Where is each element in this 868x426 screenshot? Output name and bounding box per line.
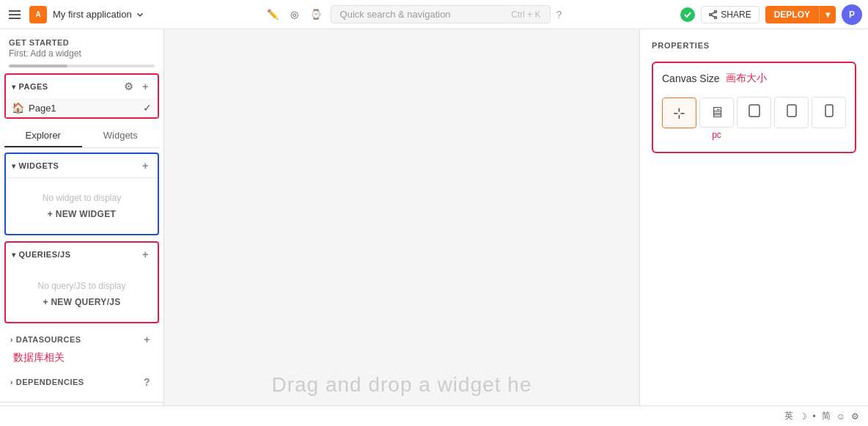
settings-icon[interactable]: ⚙ — [851, 411, 859, 422]
app-name[interactable]: My first application — [53, 9, 145, 20]
svg-point-1 — [710, 13, 712, 15]
pc-annotation: pc — [712, 130, 721, 140]
dependencies-help-icon[interactable]: ? — [141, 375, 153, 389]
main-layout: GET STARTED First: Add a widget ▾ PAGES … — [0, 29, 868, 426]
app-logo: A — [29, 6, 47, 23]
queries-section-header[interactable]: ▾ QUERIES/JS + — [6, 243, 158, 266]
new-widget-button[interactable]: + NEW WIDGET — [15, 209, 149, 219]
tab-widgets[interactable]: Widgets — [82, 125, 160, 147]
queries-section-title: QUERIES/JS — [19, 250, 140, 259]
page-home-icon: 🏠 — [12, 102, 24, 114]
pages-section: ▾ PAGES ⚙ + 🏠 Page1 ✓ — [4, 73, 159, 119]
tab-explorer[interactable]: Explorer — [4, 125, 82, 147]
datasources-annotation: 数据库相关 — [4, 351, 159, 367]
share-button[interactable]: SHARE — [701, 6, 759, 23]
svg-line-4 — [712, 12, 715, 14]
dependencies-section-actions: ? — [141, 375, 153, 389]
search-bar[interactable]: Quick search & navigation Ctrl + K — [331, 5, 551, 23]
datasources-section-header[interactable]: › DATASOURCES + — [4, 328, 159, 351]
svg-line-3 — [712, 15, 715, 17]
user-avatar[interactable]: P — [842, 4, 862, 25]
dependencies-section-header[interactable]: › DEPENDENCIES ? — [4, 370, 159, 394]
status-bar: 英 ☽ • 简 ☺ ⚙ — [0, 405, 868, 426]
canvas-sizes-wrapper: ⊹ 🖥 pc — [662, 97, 846, 128]
datasources-chevron-icon: › — [10, 336, 13, 344]
pages-section-actions: ⚙ + — [121, 79, 152, 94]
pages-settings-icon[interactable]: ⚙ — [121, 79, 137, 94]
canvas-size-mobile-l[interactable] — [774, 97, 809, 128]
canvas-size-tablet[interactable] — [737, 97, 771, 128]
drag-drop-text: Drag and drop a widget he — [272, 373, 532, 397]
lang-indicator[interactable]: 英 — [784, 410, 793, 422]
canvas-size-label: Canvas Size — [662, 73, 720, 84]
menu-button[interactable] — [6, 7, 23, 22]
queries-chevron-icon: ▾ — [12, 251, 16, 259]
queries-section: ▾ QUERIES/JS + No query/JS to display + … — [4, 241, 159, 323]
canvas-size-fluid[interactable]: ⊹ — [662, 98, 696, 128]
deploy-button[interactable]: DEPLOY ▾ — [765, 6, 836, 23]
widgets-chevron-icon: ▾ — [12, 162, 16, 170]
status-bar-right: 英 ☽ • 简 ☺ ⚙ — [784, 410, 859, 422]
scrollbar-track — [9, 65, 155, 67]
deploy-label: DEPLOY — [765, 6, 819, 23]
canvas-area[interactable]: Drag and drop a widget he — [164, 29, 639, 426]
pages-add-icon[interactable]: + — [139, 79, 152, 94]
top-bar-right: SHARE DEPLOY ▾ P — [680, 4, 862, 25]
datasources-section-title: DATASOURCES — [16, 335, 141, 344]
pages-chevron-icon: ▾ — [12, 83, 16, 91]
widgets-section: ▾ WIDGETS + No widget to display + NEW W… — [4, 153, 159, 235]
page1-item[interactable]: 🏠 Page1 ✓ — [6, 98, 158, 117]
edit-icon[interactable]: ✏️ — [264, 6, 282, 23]
datasources-section-actions: + — [141, 332, 153, 347]
datasources-add-icon[interactable]: + — [141, 332, 153, 347]
dependencies-section: › DEPENDENCIES ? — [0, 369, 163, 395]
sidebar: GET STARTED First: Add a widget ▾ PAGES … — [0, 29, 164, 426]
share-label: SHARE — [721, 10, 751, 20]
search-placeholder: Quick search & navigation — [340, 9, 451, 20]
moon-icon: ☽ — [799, 411, 807, 422]
desktop-icon: 🖥 — [710, 104, 724, 121]
queries-empty-text: No query/JS to display — [15, 281, 149, 291]
mobile-l-icon — [786, 103, 798, 122]
canvas-size-mobile-s[interactable] — [812, 97, 846, 128]
new-query-button[interactable]: + NEW QUERY/JS — [15, 297, 149, 307]
preview-icon[interactable]: ◎ — [287, 6, 301, 23]
widgets-add-icon[interactable]: + — [139, 158, 152, 173]
canvas-size-card: Canvas Size 画布大小 ⊹ 🖥 pc — [652, 62, 856, 153]
widgets-section-header[interactable]: ▾ WIDGETS + — [6, 154, 158, 178]
pages-section-title: PAGES — [19, 82, 121, 91]
dependencies-section-title: DEPENDENCIES — [16, 378, 141, 386]
svg-rect-5 — [749, 105, 760, 117]
history-icon[interactable]: ⌚ — [307, 6, 325, 23]
get-started-section: GET STARTED First: Add a widget — [0, 29, 163, 62]
deploy-arrow-icon[interactable]: ▾ — [819, 6, 836, 23]
svg-point-2 — [715, 16, 717, 18]
get-started-title: GET STARTED — [9, 38, 155, 47]
queries-add-icon[interactable]: + — [139, 247, 152, 262]
widgets-section-title: WIDGETS — [19, 161, 140, 170]
search-shortcut: Ctrl + K — [511, 10, 540, 20]
dependencies-chevron-icon: › — [10, 378, 13, 386]
svg-rect-6 — [787, 105, 796, 117]
scrollbar-thumb[interactable] — [9, 65, 67, 67]
top-bar: A My first application ✏️ ◎ ⌚ Quick sear… — [0, 0, 868, 29]
pages-section-header[interactable]: ▾ PAGES ⚙ + — [6, 75, 158, 98]
canvas-size-desktop[interactable]: 🖥 pc — [699, 98, 734, 128]
canvas-size-annotation: 画布大小 — [726, 72, 767, 85]
emoji-icon[interactable]: ☺ — [836, 411, 845, 422]
widgets-empty-text: No widget to display — [15, 193, 149, 203]
queries-section-actions: + — [139, 247, 152, 262]
page-check-icon: ✓ — [143, 102, 152, 114]
properties-panel: PROPERTIES Canvas Size 画布大小 ⊹ 🖥 pc — [639, 29, 868, 426]
widgets-section-actions: + — [139, 158, 152, 173]
canvas-size-header: Canvas Size 画布大小 — [662, 72, 846, 85]
queries-empty-state: No query/JS to display + NEW QUERY/JS — [6, 266, 158, 322]
help-icon[interactable]: ? — [556, 9, 562, 21]
simplified-chinese[interactable]: 简 — [822, 410, 831, 422]
svg-rect-7 — [825, 105, 833, 117]
properties-title: PROPERTIES — [652, 41, 856, 50]
status-indicator — [680, 7, 695, 22]
get-started-subtitle: First: Add a widget — [9, 48, 155, 59]
fluid-icon: ⊹ — [673, 104, 685, 122]
chevron-down-icon — [135, 10, 145, 20]
